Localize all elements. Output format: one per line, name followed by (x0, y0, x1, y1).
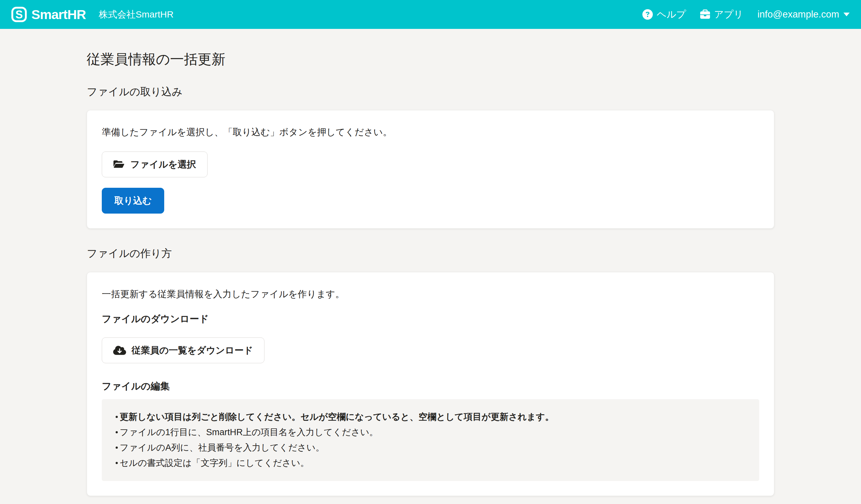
note-item: ファイルのA列に、社員番号を入力してください。 (102, 440, 744, 455)
download-employees-button-label: 従業員の一覧をダウンロード (132, 346, 253, 355)
edit-notes-list: 更新しない項目は列ごと削除してください。セルが空欄になっていると、空欄として項目… (102, 409, 744, 471)
help-icon (642, 9, 653, 20)
select-file-button[interactable]: ファイルを選択 (102, 152, 208, 177)
help-link[interactable]: ヘルプ (642, 8, 686, 21)
download-subheading: ファイルのダウンロード (102, 313, 759, 324)
folder-open-icon (113, 159, 125, 169)
help-label: ヘルプ (657, 8, 686, 21)
header-nav: ヘルプ アプリ info@example.com (642, 8, 850, 21)
smarthr-logo[interactable]: S SmartHR (11, 6, 86, 23)
briefcase-icon (700, 10, 710, 19)
note-item: セルの書式設定は「文字列」にしてください。 (102, 455, 744, 471)
smarthr-logo-icon: S (11, 6, 27, 23)
apps-label: アプリ (714, 8, 743, 21)
edit-notes-box: 更新しない項目は列ごと削除してください。セルが空欄になっていると、空欄として項目… (102, 399, 759, 481)
note-item: 更新しない項目は列ごと削除してください。セルが空欄になっていると、空欄として項目… (102, 409, 744, 424)
company-name: 株式会社SmartHR (99, 8, 174, 21)
create-card: 一括更新する従業員情報を入力したファイルを作ります。 ファイルのダウンロード 従… (87, 272, 774, 496)
page-title: 従業員情報の一括更新 (87, 52, 774, 67)
import-button[interactable]: 取り込む (102, 188, 164, 214)
brand-name: SmartHR (31, 7, 86, 22)
import-section-heading: ファイルの取り込み (87, 85, 774, 98)
select-file-button-label: ファイルを選択 (131, 160, 196, 169)
chevron-down-icon (843, 12, 850, 17)
app-header: S SmartHR 株式会社SmartHR ヘルプ アプリ info@examp… (0, 0, 861, 29)
download-employees-button[interactable]: 従業員の一覧をダウンロード (102, 337, 264, 363)
create-section-heading: ファイルの作り方 (87, 247, 774, 260)
svg-text:S: S (15, 8, 23, 21)
edit-subheading: ファイルの編集 (102, 380, 759, 392)
create-description: 一括更新する従業員情報を入力したファイルを作ります。 (102, 288, 759, 300)
main-content: 従業員情報の一括更新 ファイルの取り込み 準備したファイルを選択し、「取り込む」… (87, 52, 774, 496)
account-email: info@example.com (757, 9, 839, 20)
import-card: 準備したファイルを選択し、「取り込む」ボタンを押してください。 ファイルを選択 … (87, 110, 774, 229)
cloud-download-icon (113, 345, 126, 355)
apps-link[interactable]: アプリ (700, 8, 743, 21)
import-description: 準備したファイルを選択し、「取り込む」ボタンを押してください。 (102, 126, 759, 138)
note-item: ファイルの1行目に、SmartHR上の項目名を入力してください。 (102, 424, 744, 440)
account-menu[interactable]: info@example.com (757, 9, 850, 20)
